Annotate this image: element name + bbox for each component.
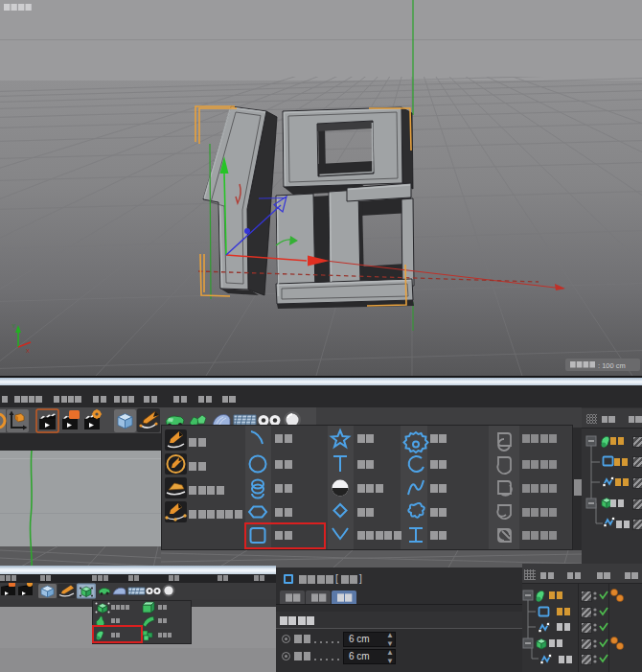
svg-text:X: X [26, 348, 30, 354]
svg-text:: 100 cm: : 100 cm [598, 361, 626, 370]
svg-text:Y: Y [11, 323, 15, 329]
